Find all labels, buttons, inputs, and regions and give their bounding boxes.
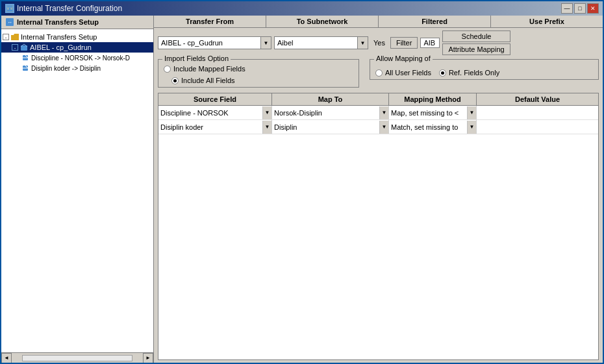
tree-label-disc1: Discipline - NORSOK -> Norsok-D — [31, 55, 130, 62]
scroll-left-arrow[interactable]: ◄ — [1, 353, 12, 363]
expand-root-icon[interactable]: - — [3, 34, 9, 40]
minimize-button[interactable]: — — [561, 3, 573, 14]
row1-source-text: Discipline - NORSOK — [158, 109, 262, 117]
title-bar-left: Internal Transfer Configuration — [5, 4, 122, 13]
row2-source-cell: Disiplin koder ▼ — [158, 120, 272, 134]
tab-transfer-from[interactable]: Transfer From — [154, 16, 266, 27]
expand-aibel-icon[interactable]: - — [12, 44, 18, 51]
filtered-yes-label: Yes — [371, 39, 388, 47]
row1-source-dropdown[interactable]: Discipline - NORSOK ▼ — [158, 106, 271, 119]
tab-to-subnetwork[interactable]: To Subnetwork — [266, 16, 379, 27]
row2-mapto-dropdown[interactable]: Disiplin ▼ — [272, 120, 388, 134]
table-row: Disiplin koder ▼ Disiplin ▼ — [158, 120, 598, 134]
to-subnetwork-dropdown[interactable]: Aibel ▼ — [274, 36, 368, 49]
title-bar-buttons: — □ ✕ — [561, 3, 599, 14]
radio-ref-fields-label: Ref. Fields Only — [449, 69, 499, 77]
left-panel-title: Internal Transfers Setup — [17, 18, 99, 26]
close-button[interactable]: ✕ — [587, 3, 599, 14]
table-row: Discipline - NORSOK ▼ Norsok-Disiplin ▼ — [158, 106, 598, 120]
tab-row: Transfer From To Subnetwork Filtered Use… — [154, 16, 603, 28]
table-body: Discipline - NORSOK ▼ Norsok-Disiplin ▼ — [158, 106, 598, 359]
tree-label-root: Internal Transfers Setup — [21, 33, 97, 41]
row1-mapto-text: Norsok-Disiplin — [272, 109, 379, 117]
row1-method-dropdown[interactable]: Map, set missing to < ▼ — [389, 106, 476, 119]
svg-rect-3 — [10, 8, 12, 10]
maximize-button[interactable]: □ — [574, 3, 586, 14]
scroll-right-arrow[interactable]: ► — [143, 353, 153, 363]
options-row: Import Fields Option Include Mapped Fiel… — [154, 58, 603, 90]
filter-button[interactable]: Filter — [390, 37, 418, 49]
schedule-button[interactable]: Schedule — [442, 30, 510, 42]
radio-all-user-input[interactable] — [375, 69, 383, 77]
left-panel-header: ↔ Internal Transfers Setup — [1, 16, 153, 29]
radio-include-mapped[interactable]: Include Mapped Fields — [164, 65, 353, 73]
svg-text:↔: ↔ — [7, 19, 12, 25]
tab-use-prefix[interactable]: Use Prefix — [491, 16, 603, 27]
row2-source-text: Disiplin koder — [158, 123, 262, 131]
row2-source-arrow[interactable]: ▼ — [262, 121, 271, 134]
tree-item-disc2[interactable]: Disiplin koder -> Disiplin — [1, 63, 153, 73]
row2-method-text: Match, set missing to — [389, 123, 467, 131]
tree-item-root[interactable]: - Internal Transfers Setup — [1, 32, 153, 42]
col-header-source: Source Field — [158, 93, 272, 105]
row1-mapto-arrow[interactable]: ▼ — [379, 106, 388, 119]
right-panel: Transfer From To Subnetwork Filtered Use… — [154, 16, 603, 363]
tree-label-disc2: Disiplin koder -> Disiplin — [31, 65, 101, 72]
radio-include-all[interactable]: Include All Fields — [171, 77, 235, 84]
folder-icon — [10, 32, 19, 42]
tree-area: - Internal Transfers Setup - AIBEL - cp_… — [1, 29, 153, 352]
tree-item-disc1[interactable]: Discipline - NORSOK -> Norsok-D — [1, 53, 153, 63]
window-body: ↔ Internal Transfers Setup - Internal Tr… — [1, 16, 603, 363]
row2-default-input[interactable] — [477, 121, 598, 133]
import-fields-legend: Import Fields Option — [162, 55, 231, 62]
radio-all-user-label: All User Fields — [385, 69, 431, 77]
row2-default-cell — [477, 120, 598, 134]
allow-mapping-box: Allow Mapping of All User Fields Ref. Fi… — [370, 59, 599, 80]
col-header-method: Mapping Method — [389, 93, 477, 105]
tree-item-aibel[interactable]: - AIBEL - cp_Gudrun — [1, 42, 153, 53]
radio-include-all-label: Include All Fields — [181, 77, 235, 84]
row2-mapto-text: Disiplin — [272, 123, 379, 131]
row2-mapto-cell: Disiplin ▼ — [272, 120, 389, 134]
attribute-mapping-button[interactable]: Attribute Mapping — [442, 43, 510, 55]
row2-method-arrow[interactable]: ▼ — [467, 121, 476, 134]
row1-source-arrow[interactable]: ▼ — [262, 106, 271, 119]
col-header-default: Default Value — [477, 93, 598, 105]
right-buttons: Schedule Attribute Mapping — [442, 30, 510, 55]
transfer-from-dropdown[interactable]: AIBEL - cp_Gudrun ▼ — [158, 36, 271, 49]
row2-source-dropdown[interactable]: Disiplin koder ▼ — [158, 120, 271, 134]
col-header-mapto: Map To — [272, 93, 389, 105]
radio-all-user[interactable]: All User Fields — [375, 69, 431, 77]
import-fields-box: Import Fields Option Include Mapped Fiel… — [158, 59, 359, 88]
window-title: Internal Transfer Configuration — [17, 4, 122, 13]
tree-label-aibel: AIBEL - cp_Gudrun — [30, 43, 92, 51]
radio-ref-fields-input[interactable] — [439, 69, 446, 77]
radio-include-all-input[interactable] — [171, 77, 179, 84]
table-area: Source Field Map To Mapping Method Defau… — [158, 93, 599, 360]
row2-method-cell: Match, set missing to ▼ — [389, 120, 477, 134]
left-panel-scrollbar: ◄ ► — [1, 352, 153, 363]
radio-ref-fields[interactable]: Ref. Fields Only — [439, 69, 499, 77]
tab-filtered[interactable]: Filtered — [379, 16, 491, 27]
row1-method-text: Map, set missing to < — [389, 109, 467, 117]
to-subnetwork-arrow[interactable]: ▼ — [357, 37, 368, 49]
transfers-icon: ↔ — [5, 18, 14, 27]
disc2-icon — [21, 64, 30, 73]
scroll-track[interactable] — [22, 355, 132, 361]
svg-rect-2 — [7, 8, 9, 10]
row1-method-cell: Map, set missing to < ▼ — [389, 106, 477, 119]
row2-method-dropdown[interactable]: Match, set missing to ▼ — [389, 120, 476, 134]
row1-default-input[interactable] — [477, 107, 598, 119]
radio-include-mapped-input[interactable] — [164, 66, 171, 73]
table-header-row: Source Field Map To Mapping Method Defau… — [158, 93, 598, 106]
row1-method-arrow[interactable]: ▼ — [467, 106, 476, 119]
window-icon — [5, 4, 14, 13]
allow-mapping-legend: Allow Mapping of — [374, 55, 433, 62]
left-panel: ↔ Internal Transfers Setup - Internal Tr… — [1, 16, 154, 363]
config-row1: AIBEL - cp_Gudrun ▼ Aibel ▼ Yes Filter A… — [154, 28, 603, 58]
disc1-icon — [21, 53, 30, 62]
transfer-from-arrow[interactable]: ▼ — [260, 37, 271, 49]
row2-mapto-arrow[interactable]: ▼ — [379, 121, 388, 134]
main-window: Internal Transfer Configuration — □ ✕ ↔ … — [0, 0, 604, 364]
row1-mapto-dropdown[interactable]: Norsok-Disiplin ▼ — [272, 106, 388, 119]
